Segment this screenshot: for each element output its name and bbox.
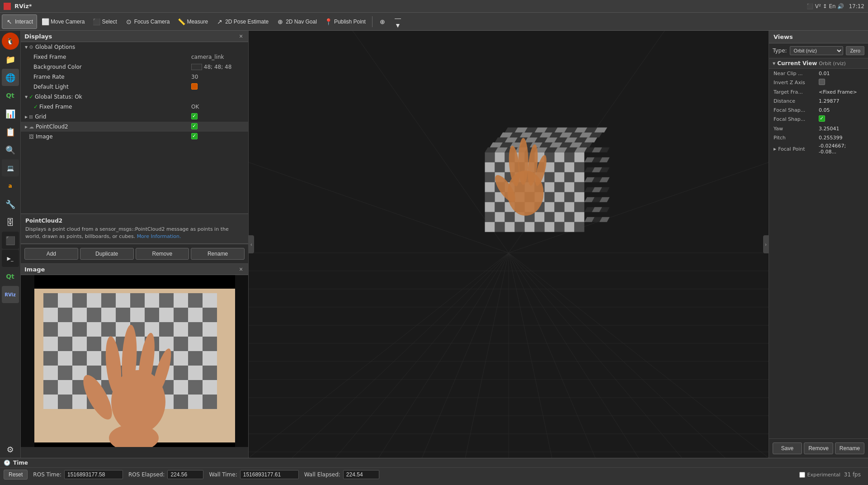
default-light-value [191,83,245,91]
nav-goal-icon: ⊕ [277,18,284,25]
global-status-row[interactable]: ✓ Global Status: Ok [21,92,248,102]
focal-shape2-enable[interactable] [819,115,825,122]
wall-elapsed-input[interactable] [343,470,379,479]
measure-button[interactable]: 📏 Measure [174,14,212,29]
sidebar-icon-black1[interactable]: ⬛ [2,232,19,249]
pose-estimate-icon: ↗ [216,18,223,25]
sidebar-icon-rviz[interactable]: RViz [2,286,19,303]
bg-color-swatch[interactable] [191,64,202,70]
frame-rate-row[interactable]: Frame Rate 30 [21,72,248,82]
image-panel-close-btn[interactable]: × [237,266,245,273]
sidebar-icon-files[interactable]: 📁 [2,51,19,68]
focal-shape2-row[interactable]: Focal Shap... [769,114,868,124]
extra-btn-2[interactable]: —▼ [391,14,405,29]
sidebar-icon-storage[interactable]: 🗄 [2,214,19,231]
grid-icon: ⊞ [29,114,33,120]
pose-estimate-button[interactable]: ↗ 2D Pose Estimate [212,14,272,29]
focal-point-arrow[interactable]: ▶ [774,147,776,151]
sidebar-icon-spreadsheet[interactable]: 📊 [2,105,19,122]
extra-btn-1[interactable]: ⊕ [375,14,390,29]
ros-elapsed-input[interactable] [167,470,203,479]
pointcloud2-row[interactable]: ☁ PointCloud2 [21,122,248,132]
remove-button[interactable]: Remove [136,248,189,260]
views-rename-button[interactable]: Rename [835,442,864,454]
status-fixed-frame-row[interactable]: ✓ Fixed Frame OK [21,102,248,112]
views-zero-button[interactable]: Zero [846,46,864,55]
experimental-checkbox[interactable] [799,472,805,478]
move-camera-button[interactable]: ⬜ Move Camera [38,14,88,29]
nav-goal-button[interactable]: ⊕ 2D Nav Goal [273,14,321,29]
views-title: Views [774,33,793,40]
default-light-checkbox[interactable] [191,83,198,90]
invert-z-checkbox[interactable] [819,79,825,85]
add-button[interactable]: Add [24,248,78,260]
invert-z-row[interactable]: Invert Z Axis [769,78,868,87]
bg-color-row[interactable]: Background Color 48; 48; 48 [21,62,248,72]
sidebar-icon-settings[interactable]: ⚙ [2,441,19,458]
publish-point-button[interactable]: 📍 Publish Point [321,14,369,29]
image-tree-icon: 🖼 [29,134,34,140]
distance-row[interactable]: Distance 1.29877 [769,96,868,105]
viewport-collapse-button[interactable]: ‹ [249,235,254,253]
sidebar-icon-qt2[interactable]: Qt [2,268,19,285]
pointcloud2-enable-checkbox[interactable] [191,123,198,129]
titlebar-right: ⬛ V² ↕ En 🔊 17:12 [807,3,864,10]
sidebar-icon-search[interactable]: 🔍 [2,141,19,158]
sidebar-icon-qt[interactable]: Qt [2,87,19,104]
close-button[interactable] [4,3,11,10]
wall-time-input[interactable] [240,470,299,479]
sidebar-icon-ubuntu[interactable]: 🐧 [2,33,19,50]
app-title: RViz* [14,3,32,10]
sidebar-icon-notes[interactable]: 📋 [2,123,19,140]
grid-enable-checkbox[interactable] [191,113,198,119]
viewport-expand-button[interactable]: › [763,235,769,253]
image-panel-header: Image × [21,264,248,275]
time-clock-icon: 🕐 [4,460,10,466]
image-row[interactable]: 🖼 Image [21,132,248,142]
ros-time-input[interactable] [64,470,123,479]
grid-arrow[interactable] [24,114,29,119]
duplicate-button[interactable]: Duplicate [80,248,134,260]
pointcloud2-checkbox [191,123,245,131]
focus-camera-button[interactable]: ⊙ Focus Camera [122,14,174,29]
global-status-arrow[interactable] [24,94,29,100]
grid-row[interactable]: ⊞ Grid [21,112,248,122]
plugin-desc: Displays a point cloud from a sensor_msg… [25,226,244,240]
views-remove-button[interactable]: Remove [804,442,833,454]
near-clip-row[interactable]: Near Clip ... 0.01 [769,69,868,78]
experimental-label: Experimental [799,472,840,478]
pointcloud2-arrow[interactable] [24,124,29,129]
select-button[interactable]: ⬛ Select [89,14,120,29]
interact-button[interactable]: ↖ Interact [2,14,37,29]
default-light-label: Default Light [33,84,191,90]
select-icon: ⬛ [93,18,100,25]
image-canvas [21,275,248,447]
bg-color-arrow [28,64,33,70]
focal-shape1-row[interactable]: Focal Shap... 0.05 [769,105,868,114]
rename-button[interactable]: Rename [191,248,245,260]
image-enable-checkbox[interactable] [191,133,198,139]
yaw-row[interactable]: Yaw 3.25041 [769,124,868,133]
reset-button[interactable]: Reset [4,470,28,480]
global-options-row[interactable]: ⚙ Global Options [21,42,248,52]
views-type-select[interactable]: Orbit (rviz) [790,46,844,55]
views-save-button[interactable]: Save [773,442,802,454]
global-options-arrow[interactable] [24,44,29,50]
current-view-header[interactable]: ▼ Current View Orbit (rviz) [769,58,868,69]
sidebar-icon-amazon[interactable]: a [2,177,19,195]
focal-point-row[interactable]: ▶ Focal Point -0.024667; -0.08... [769,142,868,156]
more-info-link[interactable]: More Information. [137,233,181,239]
fixed-frame-value: camera_link [191,54,245,60]
sidebar-icon-terminal2[interactable]: ▶_ [2,250,19,267]
scene-3d-canvas [249,31,769,458]
pitch-row[interactable]: Pitch 0.255399 [769,133,868,142]
sidebar-icon-terminal[interactable]: 💻 [2,159,19,176]
viewport-3d[interactable]: ‹ › [249,31,769,458]
time-label: Time [13,460,28,466]
default-light-row[interactable]: Default Light [21,82,248,92]
fixed-frame-row[interactable]: Fixed Frame camera_link [21,52,248,62]
sidebar-icon-tools[interactable]: 🔧 [2,195,19,213]
displays-close-btn[interactable]: × [237,33,245,40]
sidebar-icon-browser[interactable]: 🌐 [2,69,19,86]
target-frame-row[interactable]: Target Fra... <Fixed Frame> [769,87,868,96]
